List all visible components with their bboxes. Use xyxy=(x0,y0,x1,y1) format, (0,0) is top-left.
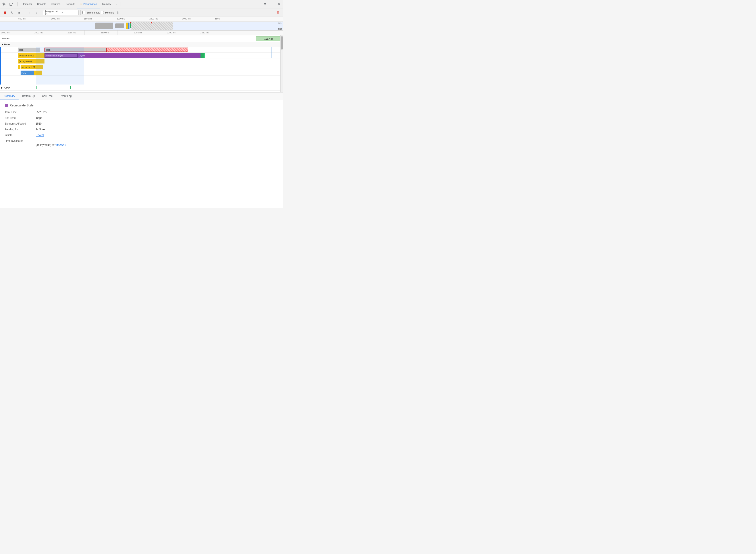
tab-bar-icons xyxy=(1,1,14,7)
pending-for-key: Pending for xyxy=(5,128,36,131)
ruler-vline-6 xyxy=(217,31,217,35)
summary-row-elements-affected: Elements Affected 1520 xyxy=(5,122,279,125)
detail-label-2250: 2250 ms xyxy=(200,32,209,34)
bottom-tabs: Summary Bottom-Up Call Tree Event Log xyxy=(0,93,283,100)
long-task-marker-1 xyxy=(130,22,131,23)
long-task-hatched xyxy=(106,48,188,52)
first-invalidated-detail: (anonymous) @ VM262:1 xyxy=(36,144,279,147)
svg-rect-2 xyxy=(12,4,13,5)
gpu-dot-2 xyxy=(70,86,70,90)
warning-icon: ⚠ xyxy=(80,3,82,5)
cpu-spike-blue xyxy=(128,22,129,29)
download-button[interactable]: ↓ xyxy=(33,9,39,16)
tab-divider-2 xyxy=(120,2,120,6)
frames-content: 116.7 ms xyxy=(18,36,283,42)
self-time-key: Self Time xyxy=(5,116,36,119)
timeline-overview[interactable]: 500 ms 1000 ms 1500 ms 2000 ms 2500 ms 3… xyxy=(0,17,283,31)
tab-divider-1 xyxy=(17,2,18,6)
screenshots-checkbox[interactable] xyxy=(82,11,85,14)
tab-event-log[interactable]: Event Log xyxy=(56,93,75,100)
summary-row-pending-for: Pending for 14.5 ms xyxy=(5,128,279,131)
detail-label-2150: 2150 ms xyxy=(134,32,142,34)
main-section-header[interactable]: ▼ Main xyxy=(0,42,283,47)
ruler-vline-4 xyxy=(151,31,151,35)
pending-for-value: 14.5 ms xyxy=(36,128,45,131)
summary-row-first-invalidated: First Invalidated xyxy=(5,140,279,143)
net-label: NET xyxy=(278,28,282,30)
tab-more-button[interactable]: » xyxy=(114,0,119,8)
reload-button[interactable]: ↻ xyxy=(9,9,15,16)
overview-ruler-label-2500: 2500 ms xyxy=(149,17,158,20)
gpu-section: ▶ GPU xyxy=(0,85,283,91)
tab-console[interactable]: Console xyxy=(35,0,49,8)
memory-checkbox-group[interactable]: Memory xyxy=(101,11,114,14)
mini-yellow-1 xyxy=(18,65,20,69)
selection-overlay xyxy=(36,47,84,85)
upload-button[interactable]: ↑ xyxy=(26,9,32,16)
clear-button[interactable]: ⊘ xyxy=(16,9,22,16)
url-select[interactable]: jlwagner.net #1 ▾ xyxy=(43,10,78,15)
summary-row-total-time: Total Time 55.20 ms xyxy=(5,111,279,114)
summary-row-self-time: Self Time 19 μs xyxy=(5,116,279,119)
url-select-arrow-icon: ▾ xyxy=(61,11,76,14)
tab-performance[interactable]: ⚠ Performance xyxy=(77,0,100,8)
more-options-icon[interactable]: ⋮ xyxy=(269,1,275,7)
initiator-link[interactable]: Reveal xyxy=(36,133,44,137)
screenshots-checkbox-group[interactable]: Screenshots xyxy=(82,11,100,14)
total-time-key: Total Time xyxy=(5,111,36,114)
long-task-marker-2 xyxy=(151,22,152,23)
overview-ruler-label-3500: 3500 xyxy=(215,17,220,20)
timeline-scrollbar[interactable] xyxy=(280,36,283,92)
tab-summary[interactable]: Summary xyxy=(0,93,18,100)
ruler-vline-3 xyxy=(117,31,118,35)
device-icon[interactable] xyxy=(8,1,14,7)
tab-bar-right: ⚙ ⋮ ✕ xyxy=(262,1,282,7)
cursor-icon[interactable] xyxy=(1,1,7,7)
svg-rect-1 xyxy=(10,3,12,5)
tab-call-tree[interactable]: Call Tree xyxy=(39,93,56,100)
pl-block[interactable]: P...L xyxy=(20,70,34,75)
detail-label-2000: 2000 ms xyxy=(34,32,43,34)
memory-checkbox[interactable] xyxy=(101,11,104,14)
gpu-label[interactable]: ▶ GPU xyxy=(0,86,18,89)
summary-title: Recalculate Style xyxy=(5,104,279,107)
tab-elements[interactable]: Elements xyxy=(19,0,35,8)
tab-network[interactable]: Network xyxy=(63,0,77,8)
gpu-triangle-icon: ▶ xyxy=(1,87,3,89)
cpu-long-task xyxy=(131,22,173,30)
overview-ruler-label-500: 500 ms xyxy=(18,17,26,20)
at-separator: @ xyxy=(52,144,55,147)
clear-recordings-button[interactable]: 🗑 xyxy=(115,9,121,16)
gear-settings-button[interactable]: ⚙ xyxy=(275,9,281,16)
layout-end-green2 xyxy=(204,53,205,58)
tab-bar: Elements Console Sources Network ⚠ Perfo… xyxy=(0,0,283,8)
playhead xyxy=(0,47,1,85)
ruler-vline-1 xyxy=(51,31,51,35)
tab-memory[interactable]: Memory xyxy=(100,0,114,8)
overview-ruler-label-3000: 3000 ms xyxy=(182,17,191,20)
main-tracks: Task Task Evaluate Script Recalculate St… xyxy=(0,47,283,85)
layout-end-green xyxy=(201,53,204,58)
record-button[interactable]: ⏺ xyxy=(2,9,8,16)
overview-ruler-label-1500: 1500 ms xyxy=(84,17,92,20)
layout-block[interactable]: Layout xyxy=(78,53,202,58)
frame-block: 116.7 ms xyxy=(256,36,282,41)
close-icon[interactable]: ✕ xyxy=(276,1,282,7)
summary-row-initiator: Initiator Reveal xyxy=(5,133,279,137)
initiator-key: Initiator xyxy=(5,133,36,137)
detail-label-1950: 1950 ms xyxy=(1,32,9,34)
tab-bottom-up[interactable]: Bottom-Up xyxy=(18,93,38,100)
ruler-vline-0 xyxy=(18,31,18,35)
cpu-label: CPU xyxy=(278,22,282,24)
frames-row: Frames 116.7 ms xyxy=(0,36,283,42)
detail-ruler: 1950 ms 2000 ms 2050 ms 2100 ms 2150 ms … xyxy=(0,31,283,36)
timeline-main: 1950 ms 2000 ms 2050 ms 2100 ms 2150 ms … xyxy=(0,31,283,93)
tab-sources[interactable]: Sources xyxy=(49,0,63,8)
toolbar-row: ⏺ ↻ ⊘ ↑ ↓ jlwagner.net #1 ▾ Screenshots … xyxy=(0,8,283,17)
settings-icon[interactable]: ⚙ xyxy=(262,1,268,7)
right-indicator-blue xyxy=(272,47,272,58)
cpu-spike-yellow xyxy=(126,22,128,29)
scrollbar-thumb[interactable] xyxy=(281,36,283,50)
vm262-link[interactable]: VM262:1 xyxy=(55,144,66,147)
anonymous-label: (anonymous) xyxy=(36,144,51,147)
